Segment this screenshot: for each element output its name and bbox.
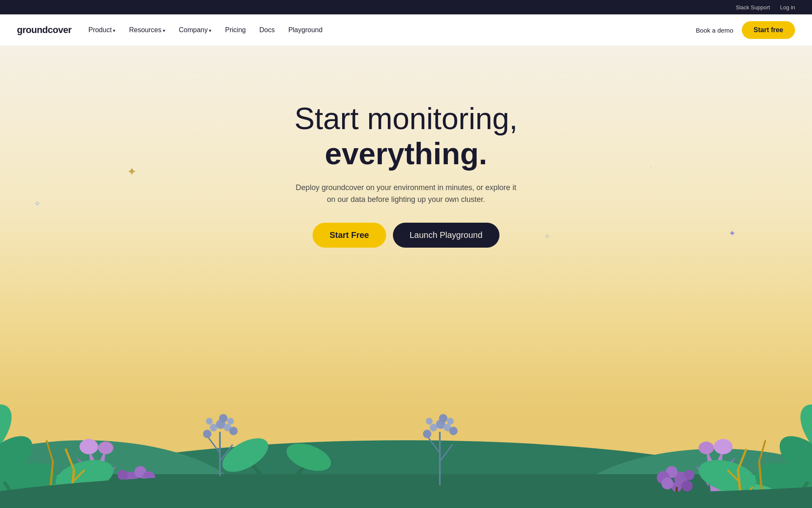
svg-point-76 — [439, 414, 447, 422]
top-bar: Slack Support Log in — [0, 0, 812, 14]
svg-point-34 — [699, 442, 714, 454]
star-decoration-4: ✦ — [729, 228, 736, 238]
nav-left: groundcover Product Resources Company Pr… — [17, 25, 323, 36]
hero-buttons: Start Free Launch Playground — [292, 223, 520, 248]
svg-point-10 — [98, 442, 113, 454]
nav-links: Product Resources Company Pricing Docs P… — [88, 26, 323, 34]
svg-point-62 — [227, 418, 234, 425]
book-demo-link[interactable]: Book a demo — [696, 27, 733, 34]
svg-point-74 — [449, 427, 458, 435]
hero-illustration — [0, 305, 812, 508]
star-decoration-5: · — [650, 165, 651, 169]
main-nav: groundcover Product Resources Company Pr… — [0, 14, 812, 46]
svg-point-43 — [661, 478, 673, 489]
nav-playground[interactable]: Playground — [288, 26, 323, 33]
start-free-nav-button[interactable]: Start free — [742, 21, 795, 39]
svg-point-61 — [219, 414, 228, 422]
nav-docs[interactable]: Docs — [259, 26, 274, 33]
star-decoration-1: ✦ — [127, 165, 137, 179]
svg-point-41 — [682, 480, 693, 491]
nav-resources[interactable]: Resources — [129, 26, 165, 33]
star-decoration-3: ✧ — [544, 232, 550, 240]
star-decoration-2: ✧ — [34, 199, 41, 209]
svg-point-55 — [203, 430, 211, 438]
svg-point-77 — [447, 418, 454, 425]
svg-point-70 — [423, 430, 431, 438]
svg-point-33 — [714, 439, 732, 454]
hero-content: Start monitoring, everything. Deploy gro… — [292, 46, 520, 273]
login-link[interactable]: Log in — [780, 4, 795, 11]
hero-title-line1: Start monitoring, — [294, 102, 518, 135]
logo[interactable]: groundcover — [17, 25, 71, 36]
svg-point-44 — [684, 470, 694, 480]
svg-point-60 — [206, 418, 213, 425]
svg-point-9 — [80, 439, 98, 454]
nav-company[interactable]: Company — [179, 26, 212, 33]
hero-title: Start monitoring, everything. — [292, 101, 520, 171]
hero-section: ✦ ✧ ✧ ✦ · Start monitoring, everything. … — [0, 46, 812, 508]
slack-support-link[interactable]: Slack Support — [736, 4, 770, 11]
svg-point-75 — [426, 418, 433, 425]
svg-point-20 — [118, 470, 128, 480]
launch-playground-button[interactable]: Launch Playground — [393, 223, 499, 248]
nav-pricing[interactable]: Pricing — [225, 26, 246, 33]
svg-point-59 — [229, 427, 238, 435]
hero-subtitle: Deploy groundcover on your environment i… — [292, 182, 520, 206]
start-free-hero-button[interactable]: Start Free — [313, 223, 386, 248]
nav-product[interactable]: Product — [88, 26, 115, 33]
hero-title-line2: everything. — [325, 137, 487, 171]
nav-right: Book a demo Start free — [696, 21, 795, 39]
